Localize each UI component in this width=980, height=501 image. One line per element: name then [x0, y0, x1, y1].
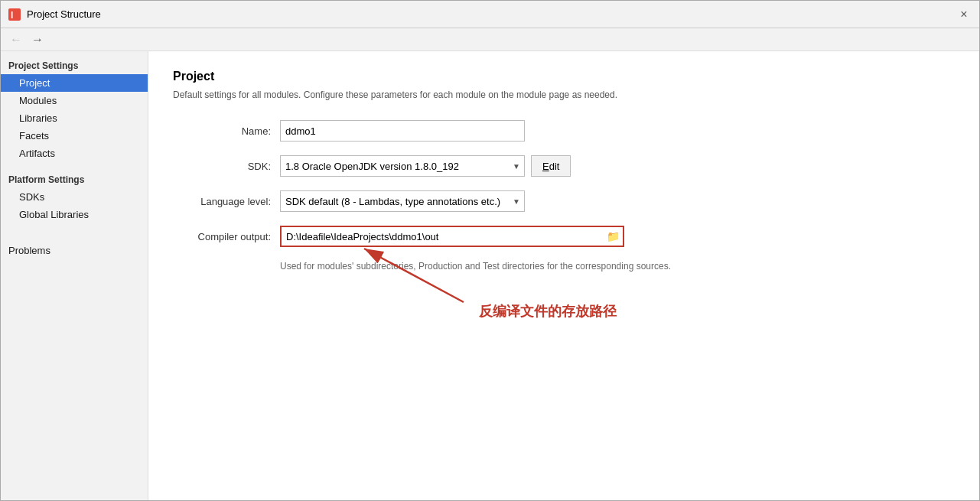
- title-bar: I Project Structure ×: [1, 1, 979, 28]
- language-level-select-wrapper: SDK default (8 - Lambdas, type annotatio…: [280, 190, 525, 212]
- page-description: Default settings for all modules. Config…: [173, 88, 955, 102]
- forward-button[interactable]: →: [28, 33, 47, 47]
- name-input[interactable]: [280, 120, 525, 142]
- name-label: Name:: [173, 125, 280, 137]
- language-level-select[interactable]: SDK default (8 - Lambdas, type annotatio…: [280, 190, 525, 212]
- sidebar-item-facets[interactable]: Facets: [1, 127, 148, 145]
- close-button[interactable]: ×: [956, 7, 972, 22]
- compiler-output-row: Compiler output: 📁: [173, 226, 955, 247]
- annotation-text: 反编译文件的存放路径: [479, 304, 617, 319]
- project-settings-section: Project Settings: [1, 57, 148, 74]
- page-title: Project: [173, 70, 955, 83]
- annotation-container: 反编译文件的存放路径: [479, 302, 955, 320]
- content-area: Project Settings Project Modules Librari…: [1, 51, 979, 500]
- platform-settings-section: Platform Settings: [1, 171, 148, 188]
- title-bar-text: Project Structure: [27, 8, 956, 20]
- sdk-controls: 1.8 Oracle OpenJDK version 1.8.0_192 ▼ E…: [280, 155, 571, 177]
- annotation-arrow: [341, 233, 494, 310]
- sidebar-item-project[interactable]: Project: [1, 74, 148, 92]
- browse-folder-button[interactable]: 📁: [607, 230, 620, 242]
- nav-bar: ← →: [1, 28, 979, 51]
- sidebar-item-problems[interactable]: Problems: [1, 242, 148, 259]
- language-level-row: Language level: SDK default (8 - Lambdas…: [173, 190, 955, 212]
- svg-text:I: I: [11, 10, 13, 21]
- sidebar-item-global-libraries[interactable]: Global Libraries: [1, 206, 148, 223]
- compiler-output-label: Compiler output:: [173, 231, 280, 242]
- problems-section: Problems: [1, 236, 148, 265]
- language-level-label: Language level:: [173, 196, 280, 207]
- edit-label: Edit: [542, 161, 559, 172]
- project-structure-dialog: I Project Structure × ← → Project Settin…: [0, 0, 980, 501]
- sidebar-item-modules[interactable]: Modules: [1, 92, 148, 109]
- sidebar-item-artifacts[interactable]: Artifacts: [1, 145, 148, 162]
- sdk-label: SDK:: [173, 161, 280, 172]
- sdk-select[interactable]: 1.8 Oracle OpenJDK version 1.8.0_192: [280, 155, 525, 177]
- svg-line-3: [364, 249, 464, 302]
- app-icon: I: [8, 8, 21, 21]
- sdk-row: SDK: 1.8 Oracle OpenJDK version 1.8.0_19…: [173, 155, 955, 177]
- sidebar-item-sdks[interactable]: SDKs: [1, 188, 148, 206]
- back-button[interactable]: ←: [7, 33, 25, 47]
- sidebar: Project Settings Project Modules Librari…: [1, 51, 148, 500]
- folder-icon: 📁: [607, 230, 620, 242]
- sidebar-item-libraries[interactable]: Libraries: [1, 109, 148, 127]
- name-row: Name:: [173, 120, 955, 142]
- main-content: Project Default settings for all modules…: [148, 51, 979, 500]
- sdk-select-wrapper: 1.8 Oracle OpenJDK version 1.8.0_192 ▼: [280, 155, 525, 177]
- edit-button[interactable]: Edit: [531, 155, 571, 177]
